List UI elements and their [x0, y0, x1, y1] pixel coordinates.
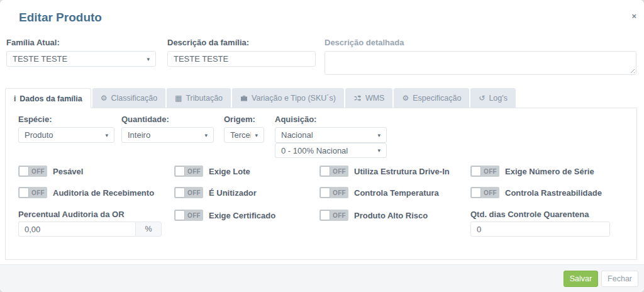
tab-bar: i Dados da família ⚙ Classificação ▦ Tri…: [5, 88, 637, 108]
toggle-state: OFF: [330, 189, 348, 196]
tab-variacao-tipo-skus[interactable]: Variação e Tipo (SKU´s): [232, 88, 344, 108]
tab-label: Dados da família: [19, 94, 82, 103]
calculator-icon: ▦: [175, 94, 182, 102]
toggle-row-temperatura: OFF Controla Temperatura: [319, 187, 439, 198]
gear-icon: ⚙: [402, 94, 409, 102]
tab-tributacao[interactable]: ▦ Tributação: [167, 88, 231, 108]
toggle-knob: [19, 166, 29, 176]
tab-content-panel: Espécie: Produto ▾ Quantidade: Inteiro ▾…: [5, 108, 637, 260]
exige-numero-serie-toggle[interactable]: OFF: [470, 166, 499, 177]
toggle-knob: [471, 188, 481, 198]
chevron-down-icon: ▾: [377, 132, 380, 138]
tab-label: Classificação: [111, 94, 157, 103]
edit-product-modal: Editar Produto × Família Atual: TESTE TE…: [0, 0, 644, 292]
close-button[interactable]: Fechar: [601, 271, 638, 287]
produto-alto-risco-toggle[interactable]: OFF: [319, 210, 348, 221]
percentual-auditoria-group: %: [18, 222, 162, 237]
chevron-down-icon: ▾: [204, 132, 208, 138]
exige-lote-toggle[interactable]: OFF: [174, 166, 203, 177]
toggle-row-certificado: OFF Exige Certificado: [174, 210, 275, 221]
percent-addon: %: [135, 222, 162, 237]
origem-select[interactable]: Terceiro ▾: [224, 127, 264, 143]
descricao-familia-input[interactable]: [167, 51, 316, 67]
aquisicao-select[interactable]: Nacional ▾: [275, 127, 387, 143]
temperatura-label: Controla Temperatura: [354, 188, 439, 198]
tab-especificacao[interactable]: ⚙ Especificação: [394, 88, 469, 108]
unitizador-label: É Unitizador: [209, 188, 257, 198]
controla-rastreabilidade-toggle[interactable]: OFF: [470, 187, 499, 198]
familia-atual-select[interactable]: TESTE TESTE ▾: [6, 51, 156, 67]
especie-select[interactable]: Produto ▾: [18, 127, 114, 143]
quantidade-label: Quantidade:: [121, 115, 214, 124]
resize-handle-icon[interactable]: [629, 67, 635, 73]
exige-lote-label: Exige Lote: [209, 167, 250, 176]
pesavel-label: Pesável: [53, 167, 83, 176]
info-icon: i: [14, 95, 16, 103]
toggle-state: OFF: [29, 189, 47, 196]
modal-footer: Salvar Fechar: [0, 264, 644, 292]
e-unitizador-toggle[interactable]: OFF: [174, 187, 203, 198]
percentual-auditoria-input[interactable]: [18, 222, 135, 237]
tab-label: Variação e Tipo (SKU´s): [252, 94, 336, 103]
origem-label: Origem:: [224, 115, 264, 124]
briefcase-icon: [240, 94, 248, 102]
aquisicao-label: Aquisição:: [275, 115, 387, 124]
save-button[interactable]: Salvar: [564, 271, 598, 287]
auditoria-recebimento-toggle[interactable]: OFF: [18, 187, 47, 198]
controla-temperatura-toggle[interactable]: OFF: [319, 187, 348, 198]
quarentena-input-wrap: [470, 222, 610, 237]
toggle-state: OFF: [330, 212, 348, 219]
aquisicao-percentual-value: 0 - 100% Nacional: [281, 146, 374, 155]
tab-label: Tributação: [186, 94, 223, 103]
percentual-auditoria-label: Percentual Auditoria da OR: [18, 210, 125, 219]
aquisicao-percentual-select[interactable]: 0 - 100% Nacional ▾: [275, 143, 387, 158]
top-fields-row: Família Atual: TESTE TESTE ▾ Descrição d…: [6, 38, 636, 75]
page-title: Editar Produto: [19, 11, 102, 25]
tab-classificacao[interactable]: ⚙ Classificação: [92, 88, 165, 108]
descricao-detalhada-textarea[interactable]: [325, 51, 636, 75]
toggle-knob: [19, 188, 29, 198]
toggle-row-drive-in: OFF Utiliza Estrutura Drive-In: [319, 166, 450, 177]
toggle-state: OFF: [185, 168, 203, 175]
quantidade-value: Inteiro: [128, 130, 201, 140]
chevron-down-icon: ▾: [147, 56, 150, 62]
tab-label: Log's: [489, 94, 508, 103]
toggle-knob: [471, 166, 481, 176]
pesavel-toggle[interactable]: OFF: [18, 166, 47, 177]
toggle-knob: [175, 166, 185, 176]
quarentena-input[interactable]: [470, 222, 610, 237]
shuffle-icon: [353, 94, 362, 102]
toggle-knob: [320, 188, 330, 198]
toggle-knob: [320, 210, 330, 220]
toggle-row-auditoria: OFF Auditoria de Recebimento: [18, 187, 154, 198]
tab-wms[interactable]: WMS: [345, 88, 393, 108]
quarentena-label: Qtd. dias Controle Quarentena: [470, 210, 589, 219]
alto-risco-label: Produto Alto Risco: [354, 211, 428, 220]
tab-logs[interactable]: ↺ Log's: [470, 88, 516, 108]
utiliza-estrutura-drive-in-toggle[interactable]: OFF: [319, 166, 348, 177]
rastreabilidade-label: Controla Rastreabilidade: [505, 188, 602, 198]
toggle-row-pesavel: OFF Pesável: [18, 166, 83, 177]
chevron-down-icon: ▾: [255, 132, 258, 138]
tab-label: Especificação: [413, 94, 461, 103]
toggle-state: OFF: [29, 168, 47, 175]
familia-atual-label: Família Atual:: [6, 38, 156, 47]
toggle-row-alto-risco: OFF Produto Alto Risco: [319, 210, 428, 221]
toggle-state: OFF: [330, 168, 348, 175]
especie-value: Produto: [25, 130, 101, 140]
close-icon[interactable]: ×: [631, 12, 636, 20]
toggle-state: OFF: [185, 212, 203, 219]
toggle-state: OFF: [481, 189, 499, 196]
drive-in-label: Utiliza Estrutura Drive-In: [354, 167, 450, 176]
aquisicao-percentual-wrap: 0 - 100% Nacional ▾: [275, 143, 387, 158]
toggle-state: OFF: [481, 168, 499, 175]
exige-certificado-toggle[interactable]: OFF: [174, 210, 203, 221]
especie-label: Espécie:: [18, 115, 114, 124]
familia-atual-value: TESTE TESTE: [13, 54, 143, 64]
auditoria-label: Auditoria de Recebimento: [53, 188, 154, 198]
toggle-knob: [175, 188, 185, 198]
descricao-detalhada-label: Descrição detalhada: [325, 38, 636, 47]
toggle-row-unitizador: OFF É Unitizador: [174, 187, 257, 198]
quantidade-select[interactable]: Inteiro ▾: [121, 127, 214, 143]
tab-dados-da-familia[interactable]: i Dados da família: [5, 88, 91, 108]
